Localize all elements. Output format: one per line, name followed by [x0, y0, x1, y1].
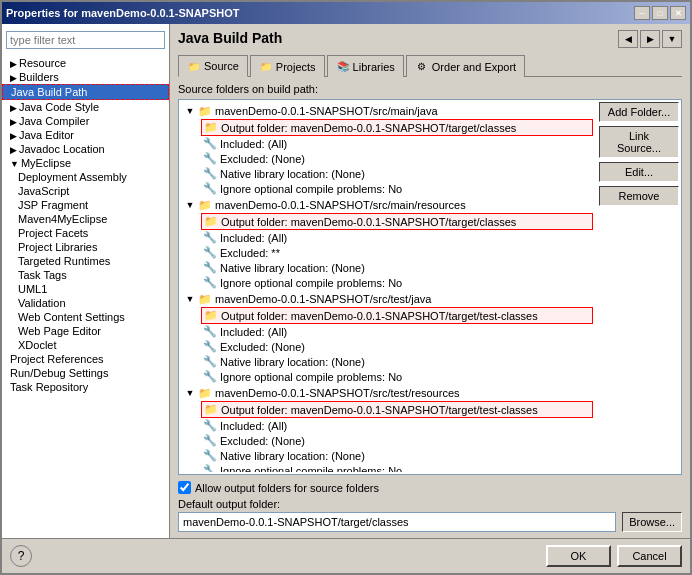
tree-row-src-test-res[interactable]: ▼ 📁 mavenDemo-0.0.1-SNAPSHOT/src/test/re…	[181, 385, 593, 401]
browse-button[interactable]: Browse...	[622, 512, 682, 532]
output-row-main-res[interactable]: 📁 Output folder: mavenDemo-0.0.1-SNAPSHO…	[201, 213, 593, 230]
native-row-4[interactable]: 🔧 Native library location: (None)	[201, 448, 593, 463]
sidebar-item-targeted-runtimes[interactable]: Targeted Runtimes	[2, 254, 169, 268]
cancel-button[interactable]: Cancel	[617, 545, 682, 567]
excluded-row-2[interactable]: 🔧 Excluded: **	[201, 245, 593, 260]
sidebar-item-javascript[interactable]: JavaScript	[2, 184, 169, 198]
bottom-section: Allow output folders for source folders …	[178, 481, 682, 532]
excl-icon-3: 🔧	[203, 340, 217, 353]
toggle-src-test-res[interactable]: ▼	[183, 386, 197, 400]
output-label-test-res: Output folder: mavenDemo-0.0.1-SNAPSHOT/…	[221, 404, 538, 416]
sidebar-item-java-editor[interactable]: ▶Java Editor	[2, 128, 169, 142]
excluded-row-1[interactable]: 🔧 Excluded: (None)	[201, 151, 593, 166]
tree-row-src-test-java[interactable]: ▼ 📁 mavenDemo-0.0.1-SNAPSHOT/src/test/ja…	[181, 291, 593, 307]
toggle-src-test-java[interactable]: ▼	[183, 292, 197, 306]
sidebar-item-builders[interactable]: ▶Builders	[2, 70, 169, 84]
edit-button[interactable]: Edit...	[599, 162, 679, 182]
output-row-test-java[interactable]: 📁 Output folder: mavenDemo-0.0.1-SNAPSHO…	[201, 307, 593, 324]
included-row-3[interactable]: 🔧 Included: (All)	[201, 324, 593, 339]
prop-icon-4a: 🔧	[203, 419, 217, 432]
ignore-row-2[interactable]: 🔧 Ignore optional compile problems: No	[201, 275, 593, 290]
prop-icon-3a: 🔧	[203, 325, 217, 338]
sidebar-item-project-facets[interactable]: Project Facets	[2, 226, 169, 240]
ignore-row-3[interactable]: 🔧 Ignore optional compile problems: No	[201, 369, 593, 384]
remove-button[interactable]: Remove	[599, 186, 679, 206]
sidebar-item-maven4myeclipse[interactable]: Maven4MyEclipse	[2, 212, 169, 226]
tab-source[interactable]: 📁 Source	[178, 55, 248, 77]
native-label-1: Native library location: (None)	[220, 168, 365, 180]
sidebar-item-javadoc[interactable]: ▶Javadoc Location	[2, 142, 169, 156]
sidebar: ▶Resource ▶Builders Java Build Path ▶Jav…	[2, 24, 170, 538]
sidebar-item-validation[interactable]: Validation	[2, 296, 169, 310]
sidebar-item-project-libraries[interactable]: Project Libraries	[2, 240, 169, 254]
tab-libraries-label: Libraries	[353, 61, 395, 73]
window-body: ▶Resource ▶Builders Java Build Path ▶Jav…	[2, 24, 690, 538]
excl-icon-1: 🔧	[203, 152, 217, 165]
tab-order-export[interactable]: ⚙ Order and Export	[406, 55, 525, 77]
ignore-row-4[interactable]: 🔧 Ignore optional compile problems: No	[201, 463, 593, 472]
ok-button[interactable]: OK	[546, 545, 611, 567]
sidebar-item-jsp-fragment[interactable]: JSP Fragment	[2, 198, 169, 212]
ignore-row-1[interactable]: 🔧 Ignore optional compile problems: No	[201, 181, 593, 196]
toggle-src-main-java[interactable]: ▼	[183, 104, 197, 118]
excluded-label-3: Excluded: (None)	[220, 341, 305, 353]
toggle-src-main-res[interactable]: ▼	[183, 198, 197, 212]
dropdown-button[interactable]: ▼	[662, 30, 682, 48]
minimize-button[interactable]: ─	[634, 6, 650, 20]
sidebar-item-web-page-editor[interactable]: Web Page Editor	[2, 324, 169, 338]
window-title: Properties for mavenDemo-0.0.1-SNAPSHOT	[6, 7, 240, 19]
tab-libraries[interactable]: 📚 Libraries	[327, 55, 404, 77]
sidebar-item-resource[interactable]: ▶Resource	[2, 56, 169, 70]
native-icon-4: 🔧	[203, 449, 217, 462]
default-output-label: Default output folder:	[178, 498, 682, 510]
sidebar-item-java-build-path[interactable]: Java Build Path	[2, 84, 169, 100]
sidebar-item-uml1[interactable]: UML1	[2, 282, 169, 296]
tree-row-src-main-java[interactable]: ▼ 📁 mavenDemo-0.0.1-SNAPSHOT/src/main/ja…	[181, 103, 593, 119]
sidebar-item-deployment[interactable]: Deployment Assembly	[2, 170, 169, 184]
output-row-main-java[interactable]: 📁 Output folder: mavenDemo-0.0.1-SNAPSHO…	[201, 119, 593, 136]
native-row-2[interactable]: 🔧 Native library location: (None)	[201, 260, 593, 275]
maximize-button[interactable]: □	[652, 6, 668, 20]
sidebar-item-project-refs[interactable]: Project References	[2, 352, 169, 366]
tab-order-label: Order and Export	[432, 61, 516, 73]
help-button[interactable]: ?	[10, 545, 32, 567]
output-folder-icon-main-java: 📁	[204, 121, 218, 134]
sidebar-item-java-code-style[interactable]: ▶Java Code Style	[2, 100, 169, 114]
allow-output-checkbox[interactable]	[178, 481, 191, 494]
tree-node-src-test-res: ▼ 📁 mavenDemo-0.0.1-SNAPSHOT/src/test/re…	[181, 385, 593, 472]
sidebar-item-myeclipse[interactable]: ▼MyEclipse	[2, 156, 169, 170]
sidebar-item-java-compiler[interactable]: ▶Java Compiler	[2, 114, 169, 128]
tree-row-src-main-res[interactable]: ▼ 📁 mavenDemo-0.0.1-SNAPSHOT/src/main/re…	[181, 197, 593, 213]
children-src-test-res: 📁 Output folder: mavenDemo-0.0.1-SNAPSHO…	[181, 401, 593, 472]
main-panel: Java Build Path ◀ ▶ ▼ 📁 Source 📁 Project…	[170, 24, 690, 538]
tree-node-src-test-java: ▼ 📁 mavenDemo-0.0.1-SNAPSHOT/src/test/ja…	[181, 291, 593, 384]
sidebar-item-task-tags[interactable]: Task Tags	[2, 268, 169, 282]
default-output-input[interactable]	[178, 512, 616, 532]
tab-source-label: Source	[204, 60, 239, 72]
sidebar-item-run-debug[interactable]: Run/Debug Settings	[2, 366, 169, 380]
native-row-3[interactable]: 🔧 Native library location: (None)	[201, 354, 593, 369]
output-row-test-res[interactable]: 📁 Output folder: mavenDemo-0.0.1-SNAPSHO…	[201, 401, 593, 418]
included-row-4[interactable]: 🔧 Included: (All)	[201, 418, 593, 433]
native-label-2: Native library location: (None)	[220, 262, 365, 274]
filter-input[interactable]	[6, 31, 165, 49]
projects-tab-icon: 📁	[259, 60, 273, 74]
link-source-button[interactable]: Link Source...	[599, 126, 679, 158]
tab-projects[interactable]: 📁 Projects	[250, 55, 325, 77]
native-row-1[interactable]: 🔧 Native library location: (None)	[201, 166, 593, 181]
included-row-2[interactable]: 🔧 Included: (All)	[201, 230, 593, 245]
ignore-label-4: Ignore optional compile problems: No	[220, 465, 402, 473]
excluded-row-4[interactable]: 🔧 Excluded: (None)	[201, 433, 593, 448]
close-button[interactable]: ✕	[670, 6, 686, 20]
included-label-3: Included: (All)	[220, 326, 287, 338]
native-icon-3: 🔧	[203, 355, 217, 368]
sidebar-item-web-content[interactable]: Web Content Settings	[2, 310, 169, 324]
excluded-row-3[interactable]: 🔧 Excluded: (None)	[201, 339, 593, 354]
forward-button[interactable]: ▶	[640, 30, 660, 48]
sidebar-item-task-repo[interactable]: Task Repository	[2, 380, 169, 394]
sidebar-item-xdoclet[interactable]: XDoclet	[2, 338, 169, 352]
included-row-1[interactable]: 🔧 Included: (All)	[201, 136, 593, 151]
back-button[interactable]: ◀	[618, 30, 638, 48]
excluded-label-1: Excluded: (None)	[220, 153, 305, 165]
add-folder-button[interactable]: Add Folder...	[599, 102, 679, 122]
